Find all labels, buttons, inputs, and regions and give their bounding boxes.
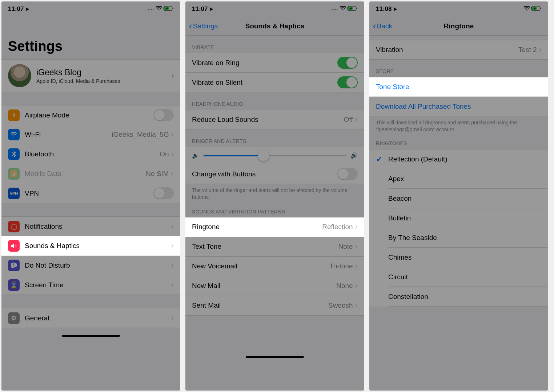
- ringtone-row[interactable]: Ringtone Reflection ›: [185, 217, 364, 237]
- chevron-right-icon: ›: [355, 301, 358, 310]
- new-voicemail-row[interactable]: New Voicemail Tri-tone ›: [185, 257, 364, 276]
- row-label: Sent Mail: [192, 301, 328, 309]
- svg-rect-8: [541, 8, 541, 9]
- vibrate-on-silent-row[interactable]: Vibrate on Silent: [185, 73, 364, 92]
- mobile-data-row[interactable]: 📶 Mobile Data No SIM ›: [1, 164, 180, 184]
- tone-store-row[interactable]: Tone Store: [369, 77, 548, 97]
- status-bar: 11:07 ➤ ••••: [185, 1, 364, 17]
- row-label: Airplane Mode: [25, 111, 153, 119]
- vibrate-silent-toggle[interactable]: [337, 76, 358, 88]
- reduce-loud-sounds-row[interactable]: Reduce Loud Sounds Off ›: [185, 110, 364, 129]
- row-label: Vibrate on Ring: [192, 59, 337, 67]
- vibrate-ring-toggle[interactable]: [337, 57, 358, 69]
- wifi-icon: [340, 5, 346, 13]
- apple-id-row[interactable]: iGeeks Blog Apple ID, iCloud, Media & Pu…: [1, 59, 180, 92]
- row-value: Note: [338, 243, 353, 251]
- wifi-row[interactable]: Wi-Fi iGeeks_Media_5G ›: [1, 125, 180, 144]
- row-label: Do Not Disturb: [25, 261, 171, 269]
- section-header-ringer: Ringer and Alerts: [185, 129, 364, 147]
- chevron-left-icon: ‹: [373, 20, 376, 32]
- antenna-icon: 📶: [8, 168, 20, 180]
- ringtone-item[interactable]: Constellation: [369, 287, 548, 307]
- row-label: Sounds & Haptics: [25, 242, 171, 250]
- back-button[interactable]: ‹ Back: [373, 20, 392, 32]
- ringtone-item[interactable]: ✓Reflection (Default): [369, 149, 548, 169]
- sounds-haptics-screen: 11:07 ➤ •••• ‹ Settings Sounds & Haptics…: [185, 1, 364, 391]
- sent-mail-row[interactable]: Sent Mail Swoosh ›: [185, 296, 364, 316]
- ringtone-label: Apex: [388, 175, 542, 183]
- notifications-row[interactable]: ▢ Notifications ›: [1, 216, 180, 236]
- airplane-toggle[interactable]: [153, 109, 174, 121]
- row-label: VPN: [25, 189, 153, 197]
- location-icon: ➤: [393, 6, 397, 12]
- sounds-haptics-row[interactable]: Sounds & Haptics ›: [1, 236, 180, 256]
- row-label: Ringtone: [192, 223, 322, 231]
- row-label: Download All Purchased Tones: [376, 103, 542, 111]
- chevron-right-icon: ›: [171, 130, 174, 139]
- row-label: Wi-Fi: [25, 131, 112, 139]
- change-with-buttons-row[interactable]: Change with Buttons: [185, 164, 364, 184]
- battery-icon: [164, 5, 174, 13]
- general-row[interactable]: ⚙ General ›: [1, 308, 180, 328]
- slider-thumb[interactable]: [258, 150, 269, 161]
- back-button[interactable]: ‹ Settings: [189, 20, 218, 32]
- download-all-row[interactable]: Download All Purchased Tones: [369, 97, 548, 116]
- volume-slider[interactable]: [204, 155, 346, 156]
- section-header-store: Store: [369, 60, 548, 77]
- nav-bar: ‹ Settings Sounds & Haptics: [185, 17, 364, 36]
- screen-time-row[interactable]: ⌛ Screen Time ›: [1, 275, 180, 295]
- chevron-right-icon: ›: [171, 313, 174, 323]
- row-label: Vibration: [376, 46, 518, 54]
- row-label: New Voicemail: [192, 262, 329, 270]
- profile-name: iGeeks Blog: [36, 68, 172, 77]
- ringtone-item[interactable]: By The Seaside: [369, 228, 548, 248]
- ringtone-label: By The Seaside: [388, 234, 542, 242]
- bluetooth-icon: [8, 148, 20, 160]
- row-label: Notifications: [25, 223, 171, 231]
- download-footer: This will download all ringtones and ale…: [369, 116, 548, 137]
- chevron-right-icon: ›: [172, 72, 174, 79]
- ringtone-item[interactable]: Bulletin: [369, 208, 548, 228]
- row-value: Off: [344, 116, 353, 124]
- vibrate-on-ring-row[interactable]: Vibrate on Ring: [185, 53, 364, 73]
- new-mail-row[interactable]: New Mail None ›: [185, 276, 364, 296]
- vpn-toggle[interactable]: [153, 187, 174, 199]
- nav-title: Ringtone: [444, 22, 474, 30]
- page-title: Settings: [1, 17, 180, 59]
- ringtone-screen: 11:08 ➤ ‹ Back Ringtone Vibration Test 2…: [369, 1, 548, 391]
- airplane-icon: ✈: [8, 109, 20, 121]
- vibration-row[interactable]: Vibration Test 2 ›: [369, 40, 548, 60]
- dnd-row[interactable]: Do Not Disturb ›: [1, 256, 180, 275]
- chevron-right-icon: ›: [355, 261, 358, 271]
- row-label: General: [25, 314, 171, 322]
- back-label: Settings: [193, 22, 218, 30]
- text-tone-row[interactable]: Text Tone Note ›: [185, 237, 364, 257]
- ringtone-item[interactable]: Beacon: [369, 189, 548, 208]
- ringtone-label: Beacon: [388, 195, 542, 203]
- section-header-patterns: Sounds and Vibration Patterns: [185, 204, 364, 217]
- ringtone-item[interactable]: Circuit: [369, 267, 548, 287]
- home-indicator: [246, 356, 304, 358]
- row-value: iGeeks_Media_5G: [112, 131, 169, 139]
- gear-icon: ⚙: [8, 312, 20, 324]
- bluetooth-row[interactable]: Bluetooth On ›: [1, 144, 180, 164]
- settings-screen: 11:07 ➤ •••• Settings iGeeks Blog Apple …: [1, 1, 180, 391]
- row-label: Mobile Data: [25, 170, 146, 178]
- row-value: On: [160, 150, 169, 158]
- vpn-row[interactable]: VPN VPN: [1, 184, 180, 203]
- change-buttons-toggle[interactable]: [337, 168, 358, 180]
- status-bar: 11:08 ➤: [369, 1, 548, 17]
- chevron-right-icon: ›: [539, 45, 542, 55]
- battery-icon: [348, 5, 358, 13]
- vpn-icon: VPN: [8, 188, 20, 199]
- wifi-icon: [8, 129, 20, 140]
- airplane-mode-row[interactable]: ✈ Airplane Mode: [1, 105, 180, 125]
- ringtone-item[interactable]: Chimes: [369, 248, 548, 267]
- chevron-right-icon: ›: [171, 241, 174, 251]
- row-label: Reduce Loud Sounds: [192, 116, 344, 124]
- ringtone-item[interactable]: Apex: [369, 169, 548, 189]
- section-header-vibrate: Vibrate: [185, 36, 364, 53]
- row-label: Tone Store: [376, 83, 542, 91]
- chevron-right-icon: ›: [355, 222, 358, 232]
- location-icon: ➤: [209, 6, 213, 12]
